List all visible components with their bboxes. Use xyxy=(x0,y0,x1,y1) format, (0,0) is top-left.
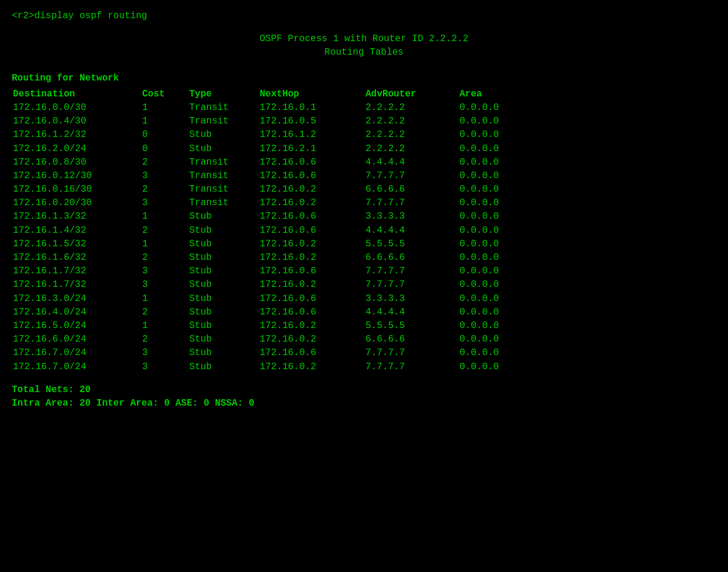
cell-area: 0.0.0.0 xyxy=(458,196,529,210)
cell-advrouter: 6.6.6.6 xyxy=(364,183,458,196)
cell-cost: 1 xyxy=(141,319,188,333)
cell-cost: 2 xyxy=(141,251,188,265)
cell-advrouter: 7.7.7.7 xyxy=(364,196,458,210)
cell-destination: 172.16.4.0/24 xyxy=(12,306,141,319)
command-line: <r2>display ospf routing xyxy=(12,9,716,23)
cell-area: 0.0.0.0 xyxy=(458,306,529,319)
cell-destination: 172.16.0.0/30 xyxy=(12,101,141,115)
cell-nexthop: 172.16.0.2 xyxy=(259,251,364,265)
cell-cost: 3 xyxy=(141,278,188,292)
table-row: 172.16.1.4/32 2 Stub 172.16.0.6 4.4.4.4 … xyxy=(12,224,716,238)
cell-area: 0.0.0.0 xyxy=(458,319,529,333)
cell-nexthop: 172.16.0.5 xyxy=(259,115,364,128)
cell-type: Stub xyxy=(188,238,259,251)
cell-cost: 1 xyxy=(141,210,188,223)
table-row: 172.16.1.6/32 2 Stub 172.16.0.2 6.6.6.6 … xyxy=(12,251,716,265)
cell-nexthop: 172.16.2.1 xyxy=(259,142,364,156)
cell-cost: 3 xyxy=(141,360,188,374)
cell-area: 0.0.0.0 xyxy=(458,265,529,278)
cell-destination: 172.16.0.8/30 xyxy=(12,156,141,169)
routing-table: 172.16.0.0/30 1 Transit 172.16.0.1 2.2.2… xyxy=(12,101,716,374)
cell-destination: 172.16.7.0/24 xyxy=(12,346,141,360)
cell-advrouter: 7.7.7.7 xyxy=(364,346,458,360)
cell-advrouter: 5.5.5.5 xyxy=(364,238,458,251)
cell-nexthop: 172.16.0.6 xyxy=(259,224,364,238)
cell-type: Stub xyxy=(188,142,259,156)
cell-nexthop: 172.16.0.1 xyxy=(259,101,364,115)
cell-nexthop: 172.16.0.6 xyxy=(259,169,364,183)
table-row: 172.16.0.0/30 1 Transit 172.16.0.1 2.2.2… xyxy=(12,101,716,115)
cell-type: Transit xyxy=(188,156,259,169)
cell-destination: 172.16.2.0/24 xyxy=(12,142,141,156)
cell-type: Transit xyxy=(188,169,259,183)
cell-advrouter: 6.6.6.6 xyxy=(364,333,458,346)
header-block: OSPF Process 1 with Router ID 2.2.2.2 Ro… xyxy=(12,32,716,59)
cell-nexthop: 172.16.0.6 xyxy=(259,156,364,169)
cell-advrouter: 7.7.7.7 xyxy=(364,360,458,374)
cell-type: Stub xyxy=(188,224,259,238)
cell-cost: 1 xyxy=(141,238,188,251)
table-row: 172.16.2.0/24 0 Stub 172.16.2.1 2.2.2.2 … xyxy=(12,142,716,156)
column-headers: Destination Cost Type NextHop AdvRouter … xyxy=(12,88,716,101)
table-row: 172.16.5.0/24 1 Stub 172.16.0.2 5.5.5.5 … xyxy=(12,319,716,333)
col-advrouter: AdvRouter xyxy=(364,88,458,101)
cell-destination: 172.16.1.3/32 xyxy=(12,210,141,223)
cell-type: Stub xyxy=(188,210,259,223)
cell-destination: 172.16.1.7/32 xyxy=(12,265,141,278)
cell-destination: 172.16.1.6/32 xyxy=(12,251,141,265)
total-nets: Total Nets: 20 xyxy=(12,383,716,397)
cell-advrouter: 3.3.3.3 xyxy=(364,292,458,306)
table-row: 172.16.1.3/32 1 Stub 172.16.0.6 3.3.3.3 … xyxy=(12,210,716,223)
terminal: <r2>display ospf routing OSPF Process 1 … xyxy=(12,9,716,410)
cell-area: 0.0.0.0 xyxy=(458,278,529,292)
cell-destination: 172.16.1.2/32 xyxy=(12,128,141,142)
cell-area: 0.0.0.0 xyxy=(458,142,529,156)
col-nexthop: NextHop xyxy=(259,88,364,101)
cell-area: 0.0.0.0 xyxy=(458,210,529,223)
cell-destination: 172.16.5.0/24 xyxy=(12,319,141,333)
cell-advrouter: 2.2.2.2 xyxy=(364,128,458,142)
table-row: 172.16.6.0/24 2 Stub 172.16.0.2 6.6.6.6 … xyxy=(12,333,716,346)
cell-advrouter: 3.3.3.3 xyxy=(364,210,458,223)
cell-nexthop: 172.16.0.2 xyxy=(259,183,364,196)
cell-advrouter: 2.2.2.2 xyxy=(364,101,458,115)
cell-advrouter: 5.5.5.5 xyxy=(364,319,458,333)
table-row: 172.16.4.0/24 2 Stub 172.16.0.6 4.4.4.4 … xyxy=(12,306,716,319)
cell-type: Stub xyxy=(188,292,259,306)
cell-nexthop: 172.16.0.6 xyxy=(259,346,364,360)
cell-type: Stub xyxy=(188,360,259,374)
cell-area: 0.0.0.0 xyxy=(458,251,529,265)
cell-destination: 172.16.0.12/30 xyxy=(12,169,141,183)
cell-area: 0.0.0.0 xyxy=(458,115,529,128)
cell-type: Stub xyxy=(188,278,259,292)
cell-cost: 3 xyxy=(141,196,188,210)
cell-cost: 1 xyxy=(141,101,188,115)
cell-destination: 172.16.6.0/24 xyxy=(12,333,141,346)
table-row: 172.16.1.7/32 3 Stub 172.16.0.2 7.7.7.7 … xyxy=(12,278,716,292)
cell-nexthop: 172.16.0.6 xyxy=(259,265,364,278)
cell-advrouter: 4.4.4.4 xyxy=(364,306,458,319)
cell-type: Stub xyxy=(188,346,259,360)
command-text: <r2>display ospf routing xyxy=(12,11,147,21)
cell-nexthop: 172.16.0.2 xyxy=(259,238,364,251)
cell-type: Stub xyxy=(188,306,259,319)
table-row: 172.16.1.5/32 1 Stub 172.16.0.2 5.5.5.5 … xyxy=(12,238,716,251)
cell-nexthop: 172.16.0.6 xyxy=(259,292,364,306)
cell-type: Stub xyxy=(188,319,259,333)
table-row: 172.16.0.4/30 1 Transit 172.16.0.5 2.2.2… xyxy=(12,115,716,128)
cell-cost: 0 xyxy=(141,142,188,156)
cell-type: Stub xyxy=(188,333,259,346)
cell-cost: 0 xyxy=(141,128,188,142)
cell-area: 0.0.0.0 xyxy=(458,292,529,306)
cell-nexthop: 172.16.0.6 xyxy=(259,210,364,223)
cell-area: 0.0.0.0 xyxy=(458,346,529,360)
summary-line: Intra Area: 20 Inter Area: 0 ASE: 0 NSSA… xyxy=(12,397,716,410)
col-type: Type xyxy=(188,88,259,101)
cell-destination: 172.16.0.20/30 xyxy=(12,196,141,210)
cell-destination: 172.16.0.4/30 xyxy=(12,115,141,128)
cell-nexthop: 172.16.0.2 xyxy=(259,278,364,292)
col-destination: Destination xyxy=(12,88,141,101)
table-row: 172.16.3.0/24 1 Stub 172.16.0.6 3.3.3.3 … xyxy=(12,292,716,306)
cell-type: Transit xyxy=(188,196,259,210)
cell-nexthop: 172.16.0.2 xyxy=(259,333,364,346)
